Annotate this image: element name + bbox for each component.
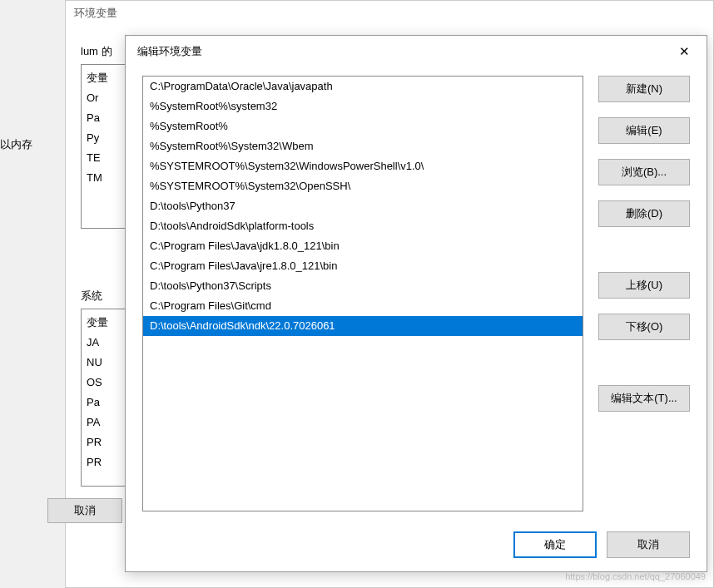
path-item[interactable]: C:\Program Files\Java\jre1.8.0_121\bin [143, 256, 583, 276]
ok-button[interactable]: 确定 [513, 531, 597, 558]
dialog-header: 编辑环境变量 ✕ [126, 36, 707, 67]
side-buttons: 新建(N) 编辑(E) 浏览(B)... 删除(D) 上移(U) 下移(O) 编… [598, 76, 690, 511]
edit-text-button[interactable]: 编辑文本(T)... [598, 385, 690, 412]
browse-button[interactable]: 浏览(B)... [598, 159, 690, 185]
path-item[interactable]: D:\tools\AndroidSdk\ndk\22.0.7026061 [143, 316, 583, 336]
path-listbox[interactable]: C:\ProgramData\Oracle\Java\javapath%Syst… [142, 76, 583, 511]
parent-cancel-button[interactable]: 取消 [47, 498, 122, 523]
path-item[interactable]: D:\tools\Python37 [143, 196, 583, 216]
delete-button[interactable]: 删除(D) [598, 200, 690, 227]
parent-dialog-title: 环境变量 [66, 1, 713, 26]
path-item[interactable]: %SystemRoot%\System32\Wbem [143, 136, 583, 156]
cancel-button[interactable]: 取消 [607, 531, 690, 558]
path-item[interactable]: C:\ProgramData\Oracle\Java\javapath [143, 77, 583, 96]
path-item[interactable]: D:\tools\Python37\Scripts [143, 276, 583, 296]
new-button[interactable]: 新建(N) [598, 76, 690, 102]
path-item[interactable]: %SYSTEMROOT%\System32\WindowsPowerShell\… [143, 156, 583, 176]
move-down-button[interactable]: 下移(O) [598, 314, 690, 340]
close-icon[interactable]: ✕ [674, 42, 695, 61]
path-item[interactable]: C:\Program Files\Git\cmd [143, 296, 583, 316]
path-item[interactable]: %SystemRoot% [143, 116, 583, 136]
path-item[interactable]: D:\tools\AndroidSdk\platform-tools [143, 216, 583, 236]
move-up-button[interactable]: 上移(U) [598, 272, 690, 299]
path-item[interactable]: %SYSTEMROOT%\System32\OpenSSH\ [143, 176, 583, 196]
edit-env-var-dialog: 编辑环境变量 ✕ C:\ProgramData\Oracle\Java\java… [125, 35, 707, 572]
edit-button[interactable]: 编辑(E) [598, 117, 690, 144]
path-item[interactable]: %SystemRoot%\system32 [143, 96, 583, 116]
dialog-title: 编辑环境变量 [137, 44, 202, 59]
path-item[interactable]: C:\Program Files\Java\jdk1.8.0_121\bin [143, 236, 583, 256]
background-label: 以内存 [0, 137, 32, 152]
dialog-footer: 确定 取消 [126, 525, 707, 571]
